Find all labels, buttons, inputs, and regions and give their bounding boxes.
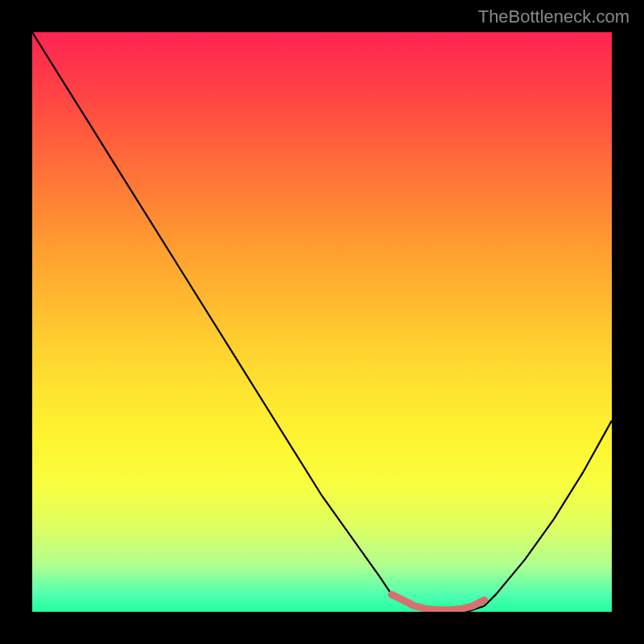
bottleneck-curve-path [32, 32, 612, 612]
optimal-range-path [391, 594, 484, 609]
curve-svg [32, 32, 612, 612]
watermark-text: TheBottleneck.com [478, 6, 630, 27]
chart-plot-area [32, 32, 612, 612]
